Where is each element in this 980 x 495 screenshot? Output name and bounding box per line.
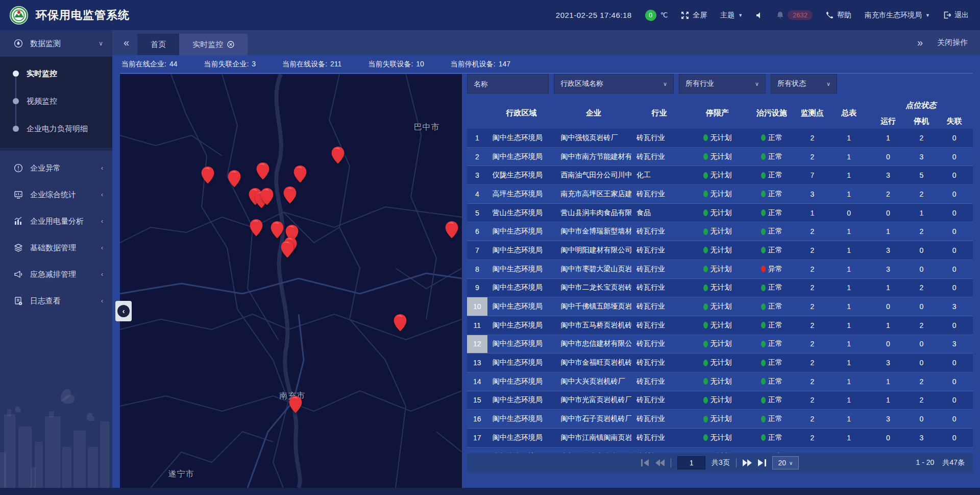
- cell-lost: 0: [936, 434, 973, 442]
- cell-industry: 砖瓦行业: [631, 133, 687, 143]
- status-filter-select[interactable]: 所有状态 ∨: [771, 74, 837, 93]
- sidebar-item-video-monitoring[interactable]: 视频监控: [0, 87, 112, 115]
- tab-realtime-monitoring[interactable]: 实时监控: [179, 34, 248, 55]
- help-button[interactable]: 帮助: [826, 11, 851, 20]
- exit-button[interactable]: 退出: [943, 11, 969, 20]
- next-page-icon[interactable]: [743, 459, 752, 466]
- map-pin-icon[interactable]: [281, 241, 294, 258]
- sidebar-item-power-usage-analysis[interactable]: 企业用电量分析 ‹: [0, 208, 112, 234]
- table-row[interactable]: 9阆中生态环境局阆中市二龙长宝页岩砖砖瓦行业无计划正常21120: [467, 279, 973, 298]
- cell-points: 2: [796, 153, 828, 161]
- chevron-left-icon: ‹: [101, 218, 103, 225]
- industry-filter-select[interactable]: 所有行业 ∨: [679, 74, 766, 93]
- prev-page-icon[interactable]: [655, 459, 665, 466]
- status-dot: [703, 172, 708, 179]
- cell-run: 1: [869, 321, 907, 329]
- table-row[interactable]: 14阆中生态环境局阆中大兴页岩机砖厂砖瓦行业无计划正常21120: [467, 372, 973, 391]
- name-filter-input[interactable]: [474, 80, 542, 88]
- map-pin-icon[interactable]: [201, 167, 214, 184]
- region-filter-select[interactable]: 行政区域名称 ∨: [554, 74, 674, 93]
- panel-collapse-button[interactable]: ‹: [115, 301, 132, 321]
- row-index: 6: [467, 222, 487, 241]
- map-pin-icon[interactable]: [293, 166, 307, 183]
- cell-district: 阆中生态环境局: [487, 152, 556, 161]
- map-pin-icon[interactable]: [228, 170, 241, 187]
- cell-meters: 1: [829, 415, 869, 423]
- table-row[interactable]: 15阆中生态环境局阆中市光富页岩机砖厂砖瓦行业无计划正常21120: [467, 391, 973, 410]
- mute-button[interactable]: [756, 12, 763, 19]
- chevron-down-icon: ▼: [925, 13, 930, 18]
- page-input[interactable]: [677, 456, 705, 469]
- cell-district: 阆中生态环境局: [487, 358, 556, 367]
- table-row[interactable]: 6阆中生态环境局阆中市金博瑞新型墙材砖瓦行业无计划正常21120: [467, 222, 973, 241]
- sidebar-item-data-monitoring[interactable]: 数据监测 ∨: [0, 30, 112, 57]
- map-pin-icon[interactable]: [256, 162, 270, 180]
- status-dot: [761, 360, 766, 366]
- cell-points: 2: [796, 246, 828, 254]
- map-pin-icon[interactable]: [394, 314, 407, 332]
- row-index: 13: [467, 353, 487, 372]
- map-panel[interactable]: 巴中市南充市遂宁市: [120, 74, 462, 488]
- table-row[interactable]: 5营山生态环境局营山县润丰肉食品有限食品无计划正常10010: [467, 204, 973, 223]
- table-row[interactable]: 11阆中生态环境局阆中市五马桥页岩机砖砖瓦行业无计划正常21120: [467, 316, 973, 335]
- map-pin-icon[interactable]: [271, 221, 284, 239]
- org-menu[interactable]: 南充市生态环境局 ▼: [865, 11, 930, 20]
- sidebar-item-power-load-detail[interactable]: 企业电力负荷明细: [0, 115, 112, 143]
- first-page-icon[interactable]: [641, 459, 649, 466]
- map-roads: [120, 74, 462, 488]
- sidebar-item-label: 数据监测: [30, 39, 61, 49]
- cell-points: 2: [796, 321, 828, 329]
- cell-run: 0: [869, 302, 907, 311]
- help-label: 帮助: [837, 11, 851, 20]
- table-row[interactable]: 18南部生态环境局南部县雄狮土陶有限公建材加工无计划正常60060: [467, 447, 973, 453]
- cell-limit-status: 无计划: [687, 133, 748, 143]
- cell-company: 阆中千佛镇五郎垭页岩: [555, 302, 631, 311]
- tabs-scroll-left-icon[interactable]: «: [112, 37, 137, 49]
- map-pin-icon[interactable]: [445, 221, 458, 239]
- cell-run: 0: [869, 209, 907, 217]
- page-size-select[interactable]: 20 ∨: [772, 456, 799, 469]
- close-icon[interactable]: [227, 41, 234, 48]
- fullscreen-button[interactable]: 全屏: [681, 11, 707, 20]
- map-pin-icon[interactable]: [260, 188, 274, 205]
- close-operations-button[interactable]: 关闭操作: [937, 38, 968, 48]
- name-filter[interactable]: [467, 74, 549, 93]
- table-row[interactable]: 10阆中生态环境局阆中千佛镇五郎垭页岩砖瓦行业无计划正常21003: [467, 297, 973, 316]
- notifications[interactable]: 2632: [776, 10, 813, 20]
- map-pin-icon[interactable]: [289, 396, 302, 413]
- top-header: 环保用电监管系统 2021-02-25 17:46:18 0 ℃ 全屏 主题 ▼: [0, 0, 980, 30]
- map-pin-icon[interactable]: [250, 219, 263, 237]
- tab-home[interactable]: 首页: [137, 34, 179, 55]
- last-page-icon[interactable]: [758, 459, 766, 466]
- table-row[interactable]: 13阆中生态环境局阆中市金福旺页岩机砖砖瓦行业无计划正常21300: [467, 353, 973, 372]
- sidebar-item-base-data-management[interactable]: 基础数据管理 ‹: [0, 234, 112, 261]
- row-index: 7: [467, 241, 487, 260]
- speaker-icon: [756, 12, 763, 19]
- table-row[interactable]: 1阆中生态环境局阆中强锐页岩砖厂砖瓦行业无计划正常21120: [467, 129, 973, 148]
- cell-run: 0: [869, 340, 907, 348]
- cell-district: 营山生态环境局: [487, 208, 556, 218]
- sidebar-item-enterprise-statistics[interactable]: 企业综合统计 ‹: [0, 181, 112, 208]
- sidebar-item-log-view[interactable]: 日志查看 ‹: [0, 288, 112, 314]
- sidebar-item-enterprise-abnormal[interactable]: 企业异常 ‹: [0, 155, 112, 181]
- table-row[interactable]: 16阆中生态环境局阆中市石子页岩机砖厂砖瓦行业无计划正常21300: [467, 410, 973, 429]
- table-row[interactable]: 12阆中生态环境局阆中市忠信建材有限公砖瓦行业无计划正常21003: [467, 335, 973, 354]
- table-row[interactable]: 17阆中生态环境局阆中市江南镇阆南页岩砖瓦行业无计划正常21030: [467, 429, 973, 447]
- row-index: 8: [467, 260, 487, 278]
- chevron-left-icon: ‹: [101, 297, 103, 304]
- row-index: 11: [467, 316, 487, 335]
- table-row[interactable]: 8阆中生态环境局阆中市枣碧大梁山页岩砖瓦行业无计划异常21300: [467, 260, 973, 279]
- status-dot: [703, 434, 708, 441]
- sidebar-item-realtime-monitoring[interactable]: 实时监控: [0, 60, 112, 87]
- cell-lost: 0: [936, 321, 973, 329]
- table-row[interactable]: 2阆中生态环境局阆中市南方节能建材有砖瓦行业无计划正常21030: [467, 148, 973, 167]
- table-row[interactable]: 3仪陇生态环境局西南油气田分公司川中化工无计划正常71350: [467, 166, 973, 185]
- cell-district: 阆中生态环境局: [487, 302, 556, 311]
- sidebar-item-emergency-reduction[interactable]: 应急减排管理 ‹: [0, 261, 112, 288]
- theme-menu[interactable]: 主题 ▼: [720, 11, 743, 20]
- table-row[interactable]: 7阆中生态环境局阆中明阳建材有限公司砖瓦行业无计划正常21300: [467, 241, 973, 260]
- map-pin-icon[interactable]: [331, 147, 345, 164]
- table-row[interactable]: 4高坪生态环境局南充市高坪区王家店建砖瓦行业无计划正常31220: [467, 185, 973, 204]
- tabs-scroll-right-icon[interactable]: »: [917, 37, 923, 49]
- map-pin-icon[interactable]: [283, 186, 297, 204]
